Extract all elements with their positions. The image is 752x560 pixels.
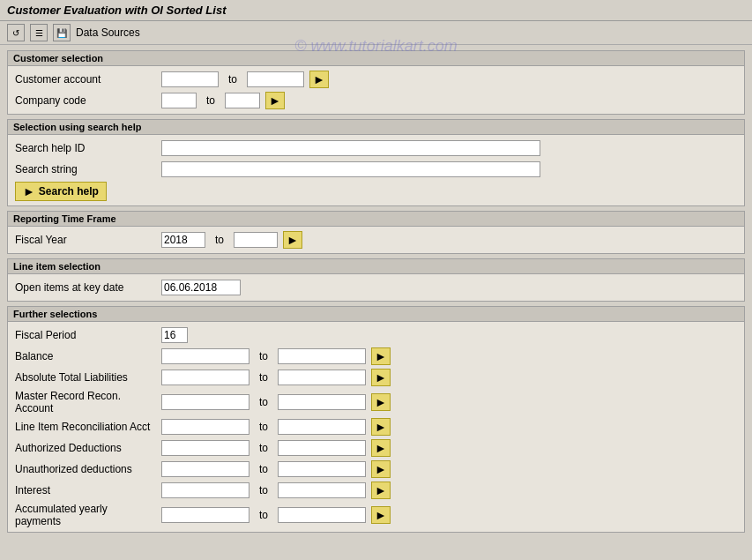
unauthorized-deductions-from[interactable] (161, 461, 249, 477)
abs-total-liabilities-to-label: to (255, 371, 272, 384)
unauthorized-deductions-arrow[interactable]: ► (371, 460, 391, 478)
interest-row: Interest to ► (15, 482, 737, 499)
line-item-selection-section: Line item selection Open items at key da… (7, 258, 745, 302)
company-code-arrow[interactable]: ► (265, 92, 285, 109)
company-code-label: Company code (15, 94, 156, 107)
search-help-title: Selection using search help (8, 120, 744, 135)
balance-row: Balance to ► (15, 347, 737, 365)
toolbar: ↺ ☰ 💾 Data Sources (0, 21, 752, 45)
search-help-button-label: Search help (39, 185, 99, 198)
list-icon[interactable]: ☰ (30, 24, 48, 41)
customer-selection-title: Customer selection (8, 51, 744, 66)
accumulated-yearly-payments-label: Accumulated yearly payments (15, 503, 156, 527)
interest-to[interactable] (278, 482, 366, 498)
search-help-id-input[interactable] (161, 140, 540, 156)
open-items-row: Open items at key date (15, 279, 737, 296)
balance-arrow[interactable]: ► (371, 347, 391, 365)
fiscal-year-arrow[interactable]: ► (283, 231, 302, 249)
master-record-recon-arrow[interactable]: ► (371, 393, 391, 411)
further-selections-section: Further selections Fiscal Period Balance… (7, 306, 745, 533)
authorized-deductions-label: Authorized Deductions (15, 442, 156, 454)
abs-total-liabilities-to[interactable] (278, 370, 366, 385)
unauthorized-deductions-to-label: to (255, 463, 272, 475)
further-selections-title: Further selections (8, 307, 744, 322)
company-code-from[interactable] (161, 93, 197, 108)
interest-to-label: to (255, 484, 272, 497)
fiscal-year-from[interactable] (161, 232, 205, 248)
master-record-recon-label: Master Record Recon. Account (15, 390, 156, 414)
open-items-label: Open items at key date (15, 281, 156, 294)
unauthorized-deductions-label: Unauthorized deductions (15, 463, 156, 475)
accumulated-yearly-payments-arrow[interactable]: ► (371, 506, 391, 524)
interest-label: Interest (15, 484, 156, 497)
back-icon[interactable]: ↺ (7, 24, 25, 41)
abs-total-liabilities-from[interactable] (161, 370, 249, 385)
fiscal-period-input[interactable] (161, 327, 188, 343)
datasources-label: Data Sources (76, 26, 140, 39)
authorized-deductions-to-label: to (255, 442, 272, 454)
master-record-recon-from[interactable] (161, 394, 249, 410)
accumulated-yearly-payments-to-label: to (255, 509, 272, 521)
search-help-arrow-icon: ► (23, 184, 35, 198)
search-help-id-row: Search help ID (15, 139, 737, 157)
customer-account-label: Customer account (15, 73, 156, 86)
customer-account-to[interactable] (247, 71, 304, 87)
line-item-reconciliation-from[interactable] (161, 419, 249, 435)
abs-total-liabilities-label: Absolute Total Liabilities (15, 371, 156, 384)
balance-from[interactable] (161, 348, 249, 364)
company-code-to[interactable] (225, 93, 260, 108)
balance-to[interactable] (278, 348, 366, 364)
customer-selection-body: Customer account to ► Company code to ► (8, 66, 744, 114)
title-bar: Customer Evaluation with OI Sorted List (0, 0, 752, 21)
reporting-time-frame-body: Fiscal Year to ► (8, 227, 744, 253)
master-record-recon-to-label: to (255, 396, 272, 408)
search-help-button[interactable]: ► Search help (15, 182, 107, 201)
interest-from[interactable] (161, 482, 249, 498)
company-code-row: Company code to ► (15, 92, 737, 109)
line-item-reconciliation-label: Line Item Reconciliation Acct (15, 421, 156, 433)
open-items-date-input[interactable] (161, 280, 241, 295)
line-item-reconciliation-to-label: to (255, 421, 272, 433)
further-selections-body: Fiscal Period Balance to ► Absolute Tota… (8, 322, 744, 532)
unauthorized-deductions-to[interactable] (278, 461, 366, 477)
interest-arrow[interactable]: ► (371, 482, 391, 499)
search-string-label: Search string (15, 163, 156, 175)
master-record-recon-row: Master Record Recon. Account to ► (15, 390, 737, 414)
line-item-selection-title: Line item selection (8, 259, 744, 274)
search-help-id-label: Search help ID (15, 142, 156, 154)
authorized-deductions-from[interactable] (161, 440, 249, 456)
company-code-to-label: to (202, 94, 220, 107)
accumulated-yearly-payments-from[interactable] (161, 507, 249, 523)
master-record-recon-to[interactable] (278, 394, 366, 410)
balance-label: Balance (15, 350, 156, 362)
customer-account-arrow[interactable]: ► (309, 71, 329, 88)
fiscal-year-to-label: to (211, 234, 228, 246)
line-item-reconciliation-to[interactable] (278, 419, 366, 435)
line-item-reconciliation-row: Line Item Reconciliation Acct to ► (15, 418, 737, 436)
balance-to-label: to (255, 350, 272, 362)
search-string-row: Search string (15, 161, 737, 178)
accumulated-yearly-payments-to[interactable] (278, 507, 366, 523)
authorized-deductions-to[interactable] (278, 440, 366, 456)
save-icon[interactable]: 💾 (53, 24, 71, 41)
main-content: Customer selection Customer account to ►… (0, 45, 752, 538)
customer-account-row: Customer account to ► (15, 71, 737, 88)
fiscal-year-row: Fiscal Year to ► (15, 231, 737, 249)
abs-total-liabilities-arrow[interactable]: ► (371, 369, 391, 386)
search-help-button-row: ► Search help (15, 182, 737, 201)
search-help-body: Search help ID Search string ► Search he… (8, 135, 744, 205)
fiscal-period-row: Fiscal Period (15, 326, 737, 344)
authorized-deductions-arrow[interactable]: ► (371, 439, 391, 457)
search-help-section: Selection using search help Search help … (7, 119, 745, 206)
accumulated-yearly-payments-row: Accumulated yearly payments to ► (15, 503, 737, 527)
abs-total-liabilities-row: Absolute Total Liabilities to ► (15, 369, 737, 386)
fiscal-year-to[interactable] (234, 232, 278, 248)
authorized-deductions-row: Authorized Deductions to ► (15, 439, 737, 457)
fiscal-period-label: Fiscal Period (15, 329, 156, 341)
reporting-time-frame-section: Reporting Time Frame Fiscal Year to ► (7, 211, 745, 254)
reporting-time-frame-title: Reporting Time Frame (8, 212, 744, 227)
page-title: Customer Evaluation with OI Sorted List (7, 4, 226, 17)
search-string-input[interactable] (161, 161, 540, 177)
line-item-reconciliation-arrow[interactable]: ► (371, 418, 391, 436)
customer-account-from[interactable] (161, 71, 219, 87)
